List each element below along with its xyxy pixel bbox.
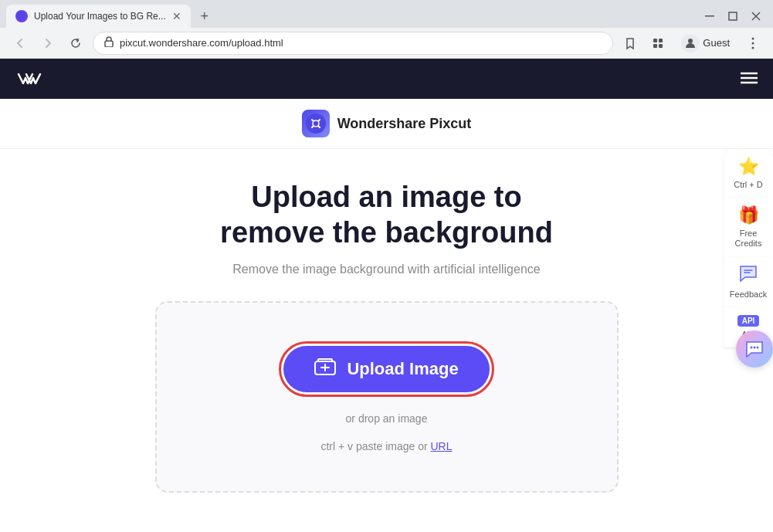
header-logo bbox=[15, 68, 43, 90]
svg-rect-5 bbox=[105, 41, 113, 47]
api-badge: API bbox=[737, 315, 760, 327]
forward-button[interactable] bbox=[37, 32, 59, 54]
tab-favicon bbox=[15, 10, 28, 22]
gift-icon: 🎁 bbox=[738, 205, 759, 225]
lock-icon bbox=[104, 36, 114, 49]
bookmark-icon[interactable] bbox=[619, 32, 641, 54]
avatar-icon bbox=[681, 34, 700, 53]
svg-point-25 bbox=[751, 346, 753, 348]
tab-title: Upload Your Images to BG Re... bbox=[34, 11, 166, 22]
center-content: Upload an image to remove the background… bbox=[155, 180, 619, 493]
active-tab[interactable]: Upload Your Images to BG Re... ✕ bbox=[6, 5, 191, 28]
title-line1: Upload an image to bbox=[251, 181, 521, 213]
main-content: Upload an image to remove the background… bbox=[0, 149, 773, 508]
side-panel: ⭐ Ctrl + D 🎁 FreeCredits Feedback API AP… bbox=[724, 149, 773, 360]
chat-support-button[interactable] bbox=[736, 330, 773, 368]
credits-label: FreeCredits bbox=[735, 229, 762, 249]
svg-point-10 bbox=[688, 39, 693, 43]
bookmark-label: Ctrl + D bbox=[734, 180, 763, 190]
title-line2: remove the background bbox=[220, 216, 553, 249]
browser-chrome: Upload Your Images to BG Re... ✕ + bbox=[0, 0, 773, 59]
tab-bar: Upload Your Images to BG Re... ✕ + bbox=[0, 0, 773, 28]
free-credits-button[interactable]: 🎁 FreeCredits bbox=[724, 198, 773, 256]
main-title: Upload an image to remove the background bbox=[220, 180, 553, 250]
upload-icon bbox=[314, 358, 336, 380]
new-tab-button[interactable]: + bbox=[194, 5, 215, 27]
svg-rect-7 bbox=[659, 39, 663, 42]
url-bar[interactable]: pixcut.wondershare.com/upload.html bbox=[93, 32, 613, 55]
svg-rect-6 bbox=[653, 39, 657, 42]
star-icon: ⭐ bbox=[738, 157, 759, 177]
feedback-button[interactable]: Feedback bbox=[724, 257, 773, 307]
svg-rect-9 bbox=[659, 44, 663, 48]
url-link[interactable]: URL bbox=[431, 440, 453, 452]
svg-point-27 bbox=[757, 346, 759, 348]
upload-image-button[interactable]: Upload Image bbox=[283, 346, 489, 392]
extensions-icon[interactable] bbox=[647, 32, 669, 54]
tab-close-button[interactable]: ✕ bbox=[172, 10, 181, 22]
url-text: pixcut.wondershare.com/upload.html bbox=[120, 37, 602, 49]
svg-point-13 bbox=[752, 46, 754, 49]
svg-point-0 bbox=[18, 12, 25, 20]
refresh-button[interactable] bbox=[65, 32, 86, 54]
app-subheader: Wondershare Pixcut bbox=[0, 99, 773, 149]
maximize-button[interactable] bbox=[722, 5, 744, 27]
close-button[interactable] bbox=[745, 5, 767, 27]
upload-btn-wrapper: Upload Image bbox=[279, 341, 493, 397]
svg-rect-8 bbox=[653, 44, 657, 48]
svg-point-12 bbox=[752, 42, 754, 44]
upload-btn-label: Upload Image bbox=[347, 359, 458, 379]
user-profile-button[interactable]: Guest bbox=[675, 32, 736, 54]
drop-text: or drop an image bbox=[346, 412, 428, 425]
feedback-label: Feedback bbox=[730, 290, 767, 300]
svg-rect-2 bbox=[729, 12, 737, 20]
app-name: Wondershare Pixcut bbox=[337, 116, 472, 132]
back-button[interactable] bbox=[9, 32, 31, 54]
menu-icon[interactable] bbox=[742, 32, 764, 54]
main-subtitle: Remove the image background with artific… bbox=[232, 263, 540, 276]
app-header bbox=[0, 59, 773, 99]
window-controls bbox=[699, 5, 767, 27]
paste-text: ctrl + v paste image or URL bbox=[320, 440, 452, 452]
minimize-button[interactable] bbox=[699, 5, 720, 27]
bookmark-side-button[interactable]: ⭐ Ctrl + D bbox=[724, 149, 773, 198]
wondershare-logo bbox=[15, 68, 43, 90]
feedback-icon bbox=[739, 265, 758, 286]
svg-point-11 bbox=[752, 37, 754, 39]
hamburger-menu[interactable] bbox=[741, 70, 758, 88]
upload-zone[interactable]: Upload Image or drop an image ctrl + v p… bbox=[155, 301, 619, 493]
svg-rect-1 bbox=[705, 15, 714, 17]
app-logo-icon bbox=[302, 110, 330, 137]
user-name: Guest bbox=[703, 37, 730, 49]
svg-point-19 bbox=[313, 120, 319, 127]
svg-point-26 bbox=[754, 346, 756, 348]
address-bar: pixcut.wondershare.com/upload.html Guest bbox=[0, 28, 773, 59]
